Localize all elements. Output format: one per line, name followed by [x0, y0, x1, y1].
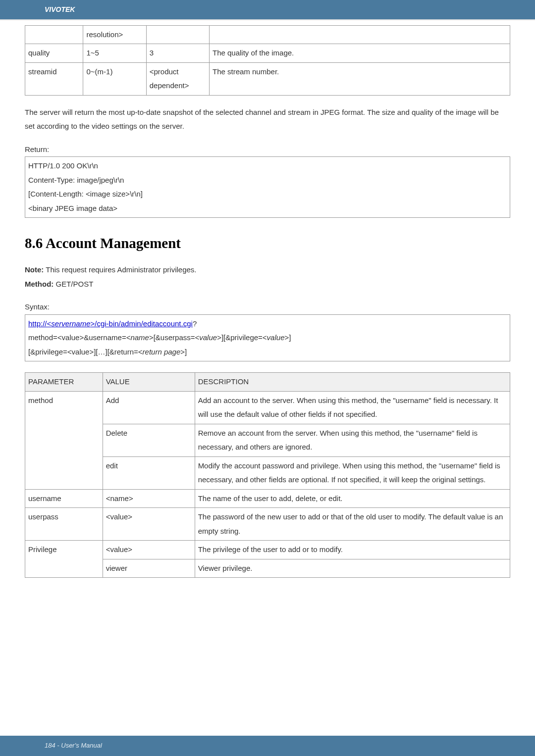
url-servername: servername [51, 319, 90, 328]
cell: Privilege [25, 541, 103, 578]
table-header-row: PARAMETER VALUE DESCRIPTION [25, 373, 510, 392]
brand-label: VIVOTEK [45, 5, 75, 13]
table-row: quality 1~5 3 The quality of the image. [25, 44, 510, 63]
parameter-table-continued: resolution> quality 1~5 3 The quality of… [25, 25, 510, 96]
syntax-italic: name [130, 333, 149, 342]
code-line: [Content-Length: <image size>\r\n] [28, 187, 507, 202]
syntax-text: [&privilege=<value>][…][&return=< [28, 348, 143, 356]
footer-bar: 184 - User's Manual [0, 736, 535, 756]
table-row: Privilege <value> The privilege of the u… [25, 541, 510, 559]
account-parameter-table: PARAMETER VALUE DESCRIPTION method Add A… [25, 372, 510, 578]
method-label: Method: [25, 280, 54, 288]
table-row: method Add Add an account to the server.… [25, 391, 510, 424]
cell: method [25, 391, 103, 489]
method-text: GET/POST [54, 280, 93, 288]
cell: Add an account to the server. When using… [195, 391, 510, 424]
table-row: streamid 0~(m-1) <product dependent> The… [25, 62, 510, 95]
url-suffix: >/cgi-bin/admin/editaccount.cgi [91, 319, 193, 328]
cell: username [25, 489, 103, 508]
cell: The stream number. [210, 62, 510, 95]
cell: Add [103, 391, 195, 424]
syntax-url-link[interactable]: http://<servername>/cgi-bin/admin/editac… [28, 319, 193, 328]
cell [146, 25, 209, 44]
cell: Remove an account from the server. When … [195, 424, 510, 456]
return-block: HTTP/1.0 200 OK\r\n Content-Type: image/… [25, 156, 510, 218]
cell [25, 25, 83, 44]
url-prefix: http://< [28, 319, 51, 328]
syntax-text: >] [180, 348, 187, 356]
syntax-text: method=<value>&username=< [28, 333, 130, 342]
syntax-italic: value [267, 333, 285, 342]
cell: <value> [103, 541, 195, 559]
syntax-line: [&privilege=<value>][…][&return=<return … [28, 345, 507, 359]
method-line: Method: GET/POST [25, 277, 510, 292]
col-header-description: DESCRIPTION [195, 373, 510, 392]
cell: <value> [103, 508, 195, 541]
description-paragraph: The server will return the most up-to-da… [25, 105, 510, 134]
code-line: HTTP/1.0 200 OK\r\n [28, 159, 507, 173]
code-line: <binary JPEG image data> [28, 202, 507, 216]
syntax-italic: return page [143, 348, 181, 356]
cell: The quality of the image. [210, 44, 510, 63]
table-row: username <name> The name of the user to … [25, 489, 510, 508]
footer-text: 184 - User's Manual [45, 742, 102, 749]
header-bar: VIVOTEK [0, 0, 535, 20]
table-row: userpass <value> The password of the new… [25, 508, 510, 541]
cell: edit [103, 456, 195, 489]
cell: The password of the new user to add or t… [195, 508, 510, 541]
section-heading: 8.6 Account Management [25, 230, 510, 257]
note-text: This request requires Administrator priv… [44, 265, 196, 274]
cell: The privilege of the user to add or to m… [195, 541, 510, 559]
syntax-text: >] [284, 333, 291, 342]
cell [210, 25, 510, 44]
section-title-text: Account Management [46, 235, 181, 251]
cell: 3 [146, 44, 209, 63]
syntax-line: method=<value>&username=<name>[&userpass… [28, 331, 507, 345]
cell: viewer [103, 559, 195, 578]
syntax-text: >][&privilege=< [217, 333, 267, 342]
cell: <name> [103, 489, 195, 508]
cell: Viewer privilege. [195, 559, 510, 578]
note-label: Note: [25, 265, 44, 274]
cell: <product dependent> [146, 62, 209, 95]
code-line: Content-Type: image/jpeg\r\n [28, 173, 507, 188]
note-line: Note: This request requires Administrato… [25, 263, 510, 277]
cell: quality [25, 44, 83, 63]
table-row: resolution> [25, 25, 510, 44]
page-content: resolution> quality 1~5 3 The quality of… [0, 20, 535, 598]
qmark: ? [193, 319, 197, 328]
cell: streamid [25, 62, 83, 95]
syntax-text: >[&userpass=< [149, 333, 199, 342]
col-header-value: VALUE [103, 373, 195, 392]
return-label: Return: [25, 143, 510, 157]
col-header-parameter: PARAMETER [25, 373, 103, 392]
cell: The name of the user to add, delete, or … [195, 489, 510, 508]
cell: Modify the account password and privileg… [195, 456, 510, 489]
syntax-box: http://<servername>/cgi-bin/admin/editac… [25, 314, 510, 362]
cell: userpass [25, 508, 103, 541]
syntax-italic: value [199, 333, 217, 342]
syntax-line: http://<servername>/cgi-bin/admin/editac… [28, 317, 507, 331]
cell: resolution> [83, 25, 146, 44]
cell: 0~(m-1) [83, 62, 146, 95]
cell: 1~5 [83, 44, 146, 63]
section-number: 8.6 [25, 235, 43, 251]
syntax-label: Syntax: [25, 300, 510, 314]
cell: Delete [103, 424, 195, 456]
